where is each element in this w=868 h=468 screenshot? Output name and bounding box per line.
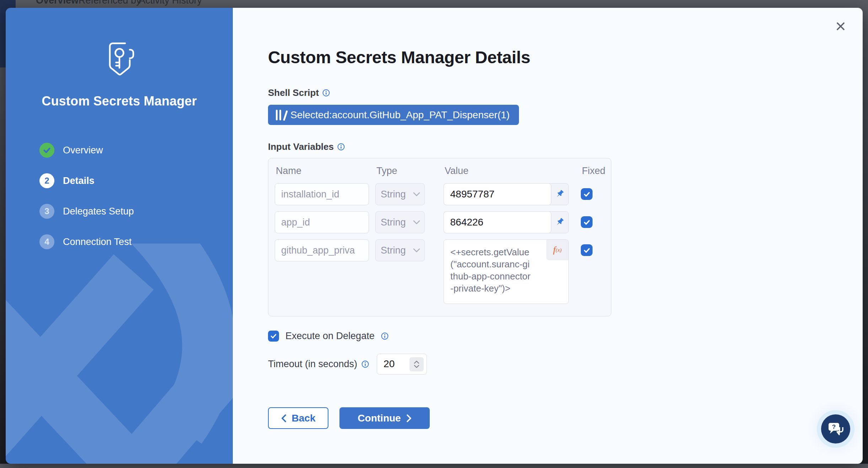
type-select-value: String [381, 217, 406, 228]
step-number: 3 [39, 204, 54, 219]
step-details[interactable]: 2 Details [39, 173, 233, 188]
chevron-left-icon [281, 414, 286, 422]
timeout-label: Timeout (in seconds) [268, 359, 357, 370]
step-overview[interactable]: Overview [39, 143, 233, 158]
variable-type-select[interactable]: String [375, 211, 425, 233]
secrets-manager-shield-key-icon [101, 40, 138, 80]
back-button[interactable]: Back [268, 407, 328, 429]
timeout-input[interactable] [377, 354, 406, 374]
type-select-value: String [381, 189, 406, 200]
fixed-checkbox[interactable] [581, 244, 593, 256]
chevron-right-icon [407, 414, 412, 422]
info-icon[interactable] [322, 89, 330, 97]
table-row: String [275, 211, 604, 233]
step-label: Delegates Setup [63, 206, 134, 217]
variable-value-input[interactable] [444, 211, 551, 233]
variable-value-field [444, 183, 569, 205]
column-header-value: Value [444, 165, 569, 176]
column-header-type: Type [375, 165, 425, 176]
step-number: 2 [39, 173, 54, 188]
chevron-down-icon [413, 192, 420, 196]
help-chat-button[interactable]: ? [821, 414, 850, 443]
tab-referenced-by[interactable]: Referenced by [79, 0, 141, 6]
back-button-label: Back [292, 413, 316, 424]
timeout-field [377, 354, 427, 375]
input-variables-table: Name Type Value Fixed String [268, 158, 611, 316]
type-select-value: String [381, 245, 406, 256]
step-label: Details [63, 175, 95, 186]
variable-value-field [444, 211, 569, 233]
background-tab-bar: Overview Referenced by Activity History [0, 0, 868, 8]
table-row: String [275, 183, 604, 205]
expression-fx-icon[interactable]: f(x) [546, 240, 568, 260]
step-connection-test[interactable]: 4 Connection Test [39, 234, 233, 249]
step-number: 4 [39, 234, 54, 249]
chevron-down-icon [413, 220, 420, 224]
fixed-value-pin-icon[interactable] [550, 212, 568, 233]
table-row: String <+secrets.getValue ("account.sura… [275, 239, 604, 304]
selected-shell-script-button[interactable]: Selected:account.GitHub_App_PAT_Dispense… [268, 105, 519, 125]
fixed-checkbox[interactable] [581, 216, 593, 228]
variable-name-input[interactable] [275, 183, 369, 205]
number-stepper[interactable] [409, 357, 424, 371]
step-label: Overview [63, 145, 103, 156]
selected-shell-script-value: Selected:account.GitHub_App_PAT_Dispense… [290, 109, 510, 121]
step-delegates-setup[interactable]: 3 Delegates Setup [39, 204, 233, 219]
fixed-checkbox[interactable] [581, 188, 593, 200]
fixed-value-pin-icon[interactable] [550, 184, 568, 205]
page-title: Custom Secrets Manager Details [268, 48, 863, 67]
expression-value-text: <+secrets.getValue ("account.suranc-gith… [450, 246, 532, 294]
wizard-sidebar: Custom Secrets Manager Overview 2 Detail… [6, 8, 233, 464]
input-variables-label: Input Variables [268, 141, 334, 152]
info-icon[interactable] [381, 332, 389, 340]
screen: Overview Referenced by Activity History [0, 0, 868, 468]
column-header-fixed: Fixed [581, 165, 598, 176]
shell-script-label: Shell Script [268, 87, 319, 98]
tab-overview[interactable]: Overview [36, 0, 79, 6]
continue-button-label: Continue [358, 413, 401, 424]
variable-type-select[interactable]: String [375, 239, 425, 261]
sidebar-title: Custom Secrets Manager [6, 94, 233, 109]
details-step-content: Custom Secrets Manager Details Shell Scr… [233, 8, 863, 464]
table-header-row: Name Type Value Fixed [275, 165, 604, 176]
variable-value-expression-field[interactable]: <+secrets.getValue ("account.suranc-gith… [444, 239, 569, 304]
continue-button[interactable]: Continue [339, 407, 430, 429]
step-complete-check-icon [39, 143, 54, 158]
execute-on-delegate-label: Execute on Delegate [285, 331, 375, 342]
template-library-icon [276, 110, 285, 120]
tab-activity-history[interactable]: Activity History [139, 0, 202, 6]
background-bottom-bar [0, 464, 868, 468]
custom-secrets-manager-modal: Custom Secrets Manager Overview 2 Detail… [6, 8, 863, 464]
variable-name-input[interactable] [275, 211, 369, 233]
chat-question-icon: ? [826, 420, 845, 438]
wizard-steps: Overview 2 Details 3 Delegates Setup 4 C… [6, 143, 233, 249]
execute-on-delegate-checkbox[interactable] [268, 331, 279, 342]
svg-text:?: ? [832, 424, 836, 430]
close-icon[interactable] [833, 18, 848, 34]
info-icon[interactable] [337, 143, 345, 151]
step-label: Connection Test [63, 236, 132, 247]
chevron-down-icon [413, 248, 420, 252]
info-icon[interactable] [361, 360, 369, 368]
column-header-name: Name [275, 165, 369, 176]
variable-type-select[interactable]: String [375, 183, 425, 205]
variable-value-input[interactable] [444, 183, 551, 205]
harness-watermark-logo [6, 244, 233, 464]
variable-name-input[interactable] [275, 239, 369, 261]
